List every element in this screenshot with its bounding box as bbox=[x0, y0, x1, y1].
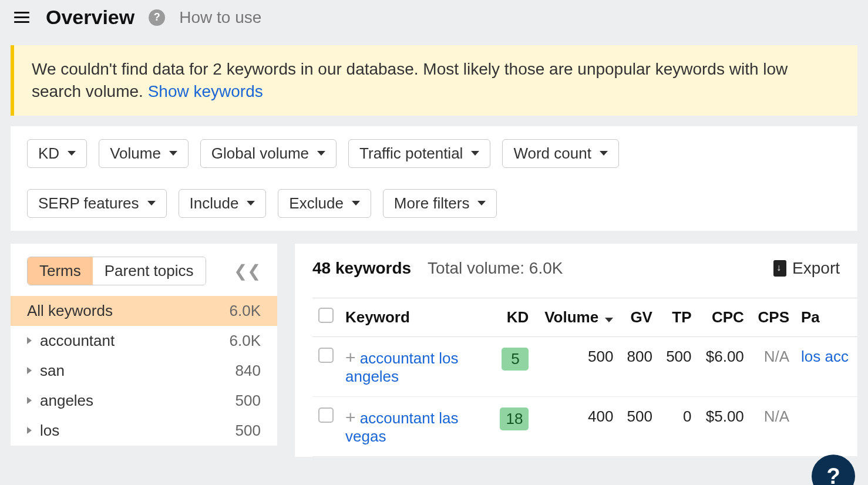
col-cps[interactable]: CPS bbox=[750, 298, 795, 336]
add-to-list-icon[interactable]: + bbox=[345, 407, 356, 427]
filter-include[interactable]: Include bbox=[179, 189, 267, 218]
cell-volume: 500 bbox=[534, 336, 619, 396]
sidebar-item-label: los bbox=[40, 422, 235, 440]
filter-traffic-potential[interactable]: Traffic potential bbox=[348, 139, 490, 168]
chevron-down-icon bbox=[68, 151, 76, 156]
table-row: + accountant los angeles5500800500$6.00N… bbox=[312, 336, 857, 396]
col-keyword[interactable]: Keyword bbox=[339, 298, 492, 336]
page-title: Overview bbox=[46, 6, 134, 29]
cell-cpc: $6.00 bbox=[698, 336, 750, 396]
chevron-down-icon bbox=[477, 201, 486, 206]
filter-kd[interactable]: KD bbox=[27, 139, 87, 168]
help-icon[interactable]: ? bbox=[149, 9, 165, 26]
chevron-down-icon bbox=[352, 201, 360, 206]
caret-right-icon bbox=[27, 397, 32, 404]
filters-panel: KD Volume Global volume Traffic potentia… bbox=[11, 126, 857, 231]
chevron-down-icon bbox=[471, 151, 479, 156]
filter-global-volume[interactable]: Global volume bbox=[200, 139, 337, 168]
sidebar-item[interactable]: All keywords6.0K bbox=[11, 296, 277, 326]
sidebar-item-count: 840 bbox=[235, 362, 261, 380]
cell-cpc: $5.00 bbox=[698, 396, 750, 456]
keyword-count: 48 keywords bbox=[312, 259, 411, 278]
info-banner: We couldn't find data for 2 keywords in … bbox=[11, 45, 857, 116]
row-checkbox[interactable] bbox=[318, 407, 334, 423]
chevron-down-icon bbox=[247, 201, 255, 206]
col-kd[interactable]: KD bbox=[492, 298, 534, 336]
sidebar-item[interactable]: angeles500 bbox=[11, 386, 277, 416]
show-keywords-link[interactable]: Show keywords bbox=[148, 82, 263, 100]
sort-desc-icon bbox=[605, 318, 613, 322]
sidebar-item-label: angeles bbox=[40, 392, 235, 410]
collapse-sidebar-icon[interactable]: ❮❮ bbox=[234, 261, 261, 281]
filter-more[interactable]: More filters bbox=[383, 189, 497, 218]
col-parent[interactable]: Pa bbox=[795, 298, 857, 336]
keywords-table: Keyword KD Volume GV TP CPC CPS Pa + acc… bbox=[312, 298, 857, 457]
col-gv[interactable]: GV bbox=[619, 298, 658, 336]
sidebar-item-count: 6.0K bbox=[230, 302, 261, 320]
sidebar-item-label: san bbox=[40, 362, 235, 380]
cell-volume: 400 bbox=[534, 396, 619, 456]
sidebar-item[interactable]: accountant6.0K bbox=[11, 326, 277, 356]
cell-gv: 800 bbox=[619, 336, 658, 396]
filter-volume[interactable]: Volume bbox=[99, 139, 189, 168]
chevron-down-icon bbox=[169, 151, 177, 156]
parent-link[interactable]: los acc bbox=[801, 348, 849, 365]
sidebar: Terms Parent topics ❮❮ All keywords6.0Ka… bbox=[11, 244, 277, 446]
export-button[interactable]: Export bbox=[773, 259, 857, 278]
sidebar-item-count: 500 bbox=[235, 422, 261, 440]
filter-exclude[interactable]: Exclude bbox=[278, 189, 371, 218]
filter-serp-features[interactable]: SERP features bbox=[27, 189, 167, 218]
menu-icon[interactable] bbox=[12, 9, 32, 25]
chevron-down-icon bbox=[317, 151, 325, 156]
download-icon bbox=[773, 260, 786, 277]
chevron-down-icon bbox=[147, 201, 156, 206]
cell-gv: 500 bbox=[619, 396, 658, 456]
table-row: + accountant las vegas184005000$5.00N/A bbox=[312, 396, 857, 456]
help-fab[interactable]: ? bbox=[812, 454, 855, 485]
results-panel: 48 keywords Total volume: 6.0K Export Ke… bbox=[295, 244, 857, 457]
row-checkbox[interactable] bbox=[318, 348, 334, 363]
cell-tp: 0 bbox=[658, 396, 698, 456]
caret-right-icon bbox=[27, 427, 32, 434]
total-volume: Total volume: 6.0K bbox=[428, 259, 563, 278]
add-to-list-icon[interactable]: + bbox=[345, 348, 356, 367]
cell-cps: N/A bbox=[750, 396, 795, 456]
caret-right-icon bbox=[27, 337, 32, 344]
sidebar-item[interactable]: los500 bbox=[11, 416, 277, 446]
kd-badge: 5 bbox=[502, 348, 529, 371]
tab-terms[interactable]: Terms bbox=[28, 257, 93, 285]
cell-cps: N/A bbox=[750, 336, 795, 396]
how-to-use-link[interactable]: How to use bbox=[179, 8, 261, 27]
select-all-checkbox[interactable] bbox=[318, 308, 334, 323]
sidebar-item-label: All keywords bbox=[27, 302, 230, 320]
col-volume[interactable]: Volume bbox=[534, 298, 619, 336]
sidebar-item-label: accountant bbox=[40, 332, 230, 350]
sidebar-item[interactable]: san840 bbox=[11, 356, 277, 386]
chevron-down-icon bbox=[600, 151, 608, 156]
cell-tp: 500 bbox=[658, 336, 698, 396]
tab-parent-topics[interactable]: Parent topics bbox=[93, 257, 206, 285]
sidebar-item-count: 6.0K bbox=[230, 332, 261, 350]
filter-word-count[interactable]: Word count bbox=[502, 139, 618, 168]
col-cpc[interactable]: CPC bbox=[698, 298, 750, 336]
keyword-link[interactable]: accountant las vegas bbox=[345, 409, 458, 445]
caret-right-icon bbox=[27, 367, 32, 374]
keyword-link[interactable]: accountant los angeles bbox=[345, 349, 458, 385]
banner-message: We couldn't find data for 2 keywords in … bbox=[32, 60, 788, 100]
kd-badge: 18 bbox=[500, 407, 529, 430]
col-tp[interactable]: TP bbox=[658, 298, 698, 336]
sidebar-item-count: 500 bbox=[235, 392, 261, 410]
